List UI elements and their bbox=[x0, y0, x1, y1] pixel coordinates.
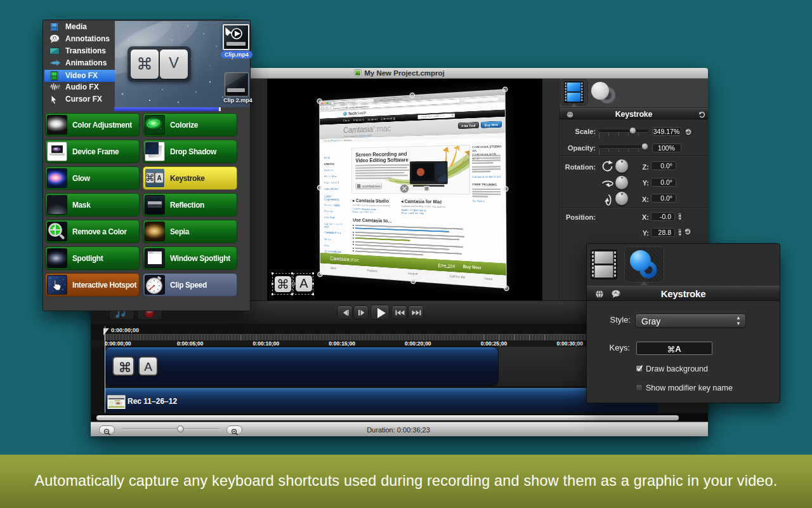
svg-text:A: A bbox=[53, 36, 56, 41]
svg-text:A: A bbox=[157, 175, 161, 182]
